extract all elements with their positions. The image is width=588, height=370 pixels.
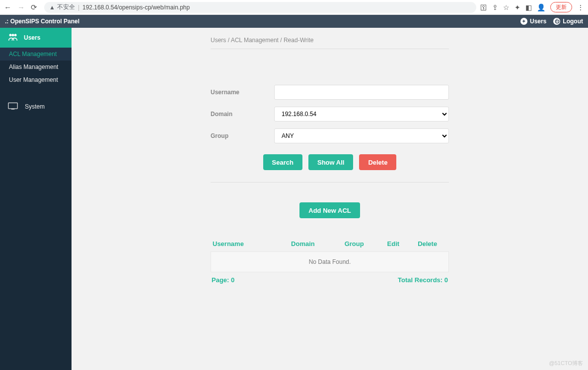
back-icon[interactable]: ← (4, 3, 11, 11)
table-empty-row: No Data Found. (211, 251, 449, 272)
group-label: Group (211, 132, 274, 139)
panel-icon[interactable]: ◧ (525, 3, 532, 11)
browser-chrome: ← → ⟳ ▲ 不安全 | 192.168.0.54/opensips-cp/w… (0, 0, 588, 15)
reload-icon[interactable]: ⟳ (31, 3, 37, 12)
users-icon (8, 33, 18, 43)
search-button[interactable]: Search (263, 154, 302, 170)
menu-icon[interactable]: ⋮ (577, 3, 584, 11)
col-group: Group (330, 240, 378, 247)
header-logout-link[interactable]: ⏻ Logout (553, 18, 583, 25)
delete-button[interactable]: Delete (359, 154, 396, 170)
username-input[interactable] (274, 85, 449, 100)
watermark: @51CTO博客 (549, 360, 583, 367)
app-header: .: OpenSIPS Control Panel ✦ Users ⏻ Logo… (0, 15, 588, 28)
accessibility-icon: ✦ (520, 18, 527, 25)
add-new-acl-button[interactable]: Add New ACL (299, 202, 360, 218)
breadcrumb: Users / ACL Management / Read-Write (211, 37, 449, 49)
sidebar-item-alias-management[interactable]: Alias Management (0, 61, 72, 73)
forward-icon[interactable]: → (17, 3, 25, 11)
col-edit: Edit (378, 240, 408, 247)
col-username: Username (213, 240, 276, 247)
star-icon[interactable]: ☆ (503, 3, 510, 11)
key-icon[interactable]: ⚿ (480, 3, 487, 11)
header-users-link[interactable]: ✦ Users (520, 18, 546, 25)
system-icon (8, 102, 18, 112)
share-icon[interactable]: ⇪ (492, 3, 498, 11)
filter-form: Username Domain 192.168.0.54 Group ANY S… (211, 85, 449, 240)
svg-point-1 (12, 34, 14, 36)
results-table: Username Domain Group Edit Delete No Dat… (211, 240, 449, 284)
app-brand: .: OpenSIPS Control Panel (5, 18, 79, 25)
sidebar-item-acl-management[interactable]: ACL Management (0, 48, 72, 61)
table-header-row: Username Domain Group Edit Delete (211, 240, 449, 251)
address-bar[interactable]: ▲ 不安全 | 192.168.0.54/opensips-cp/web/mai… (44, 2, 476, 13)
page-label: Page: 0 (212, 276, 234, 284)
username-label: Username (211, 89, 274, 96)
col-delete: Delete (408, 240, 447, 247)
header-users-label: Users (530, 18, 546, 25)
total-records-label: Total Records: 0 (398, 276, 448, 284)
power-icon: ⏻ (553, 18, 560, 25)
col-domain: Domain (276, 240, 330, 247)
url-text: 192.168.0.54/opensips-cp/web/main.php (82, 4, 190, 11)
sidebar-users-label: Users (24, 34, 40, 41)
svg-point-0 (9, 34, 12, 36)
main-content: Users / ACL Management / Read-Write User… (72, 28, 588, 370)
profile-icon[interactable]: 👤 (537, 3, 545, 11)
warning-icon: ▲ (49, 4, 55, 11)
svg-point-2 (14, 34, 17, 36)
insecure-label: 不安全 (57, 3, 75, 11)
insecure-badge: ▲ 不安全 (49, 3, 75, 11)
domain-select[interactable]: 192.168.0.54 (274, 107, 449, 122)
extensions-icon[interactable]: ✦ (514, 3, 520, 11)
sidebar-item-user-management[interactable]: User Management (0, 73, 72, 86)
show-all-button[interactable]: Show All (308, 154, 353, 170)
sidebar-system-label: System (25, 103, 45, 110)
separator: | (78, 4, 79, 11)
empty-message: No Data Found. (309, 258, 351, 265)
group-select[interactable]: ANY (274, 128, 449, 143)
sidebar: Users ACL Management Alias Management Us… (0, 28, 72, 370)
domain-label: Domain (211, 111, 274, 118)
sidebar-head-system[interactable]: System (0, 96, 72, 117)
header-logout-label: Logout (563, 18, 583, 25)
sidebar-head-users[interactable]: Users (0, 28, 72, 48)
update-button[interactable]: 更新 (550, 2, 572, 12)
svg-rect-4 (11, 109, 15, 110)
svg-rect-3 (8, 103, 17, 109)
